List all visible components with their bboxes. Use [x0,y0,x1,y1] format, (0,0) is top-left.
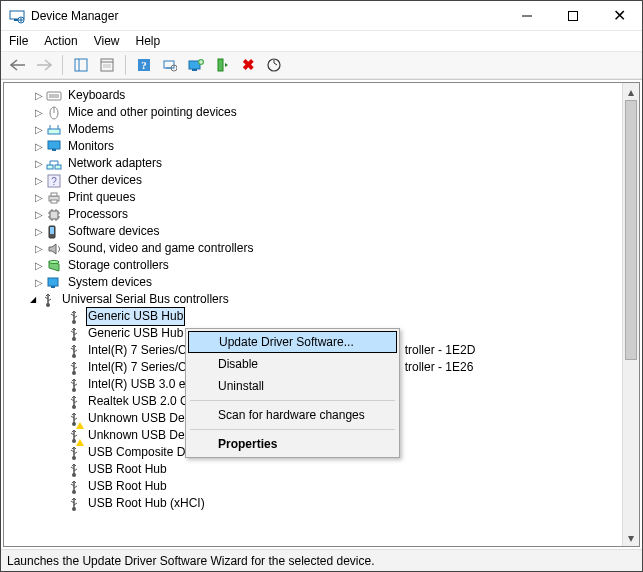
tree-label: Realtek USB 2.0 C [86,393,191,410]
context-menu-item[interactable]: Scan for hardware changes [188,404,397,426]
separator [62,55,63,75]
system-icon [46,275,62,291]
chevron-down-icon[interactable]: ◢ [26,291,40,308]
help-button[interactable]: ? [133,54,155,76]
tree-device[interactable]: USB Root Hub [4,461,639,478]
chevron-right-icon[interactable]: ▷ [32,138,46,155]
chevron-right-icon[interactable]: ▷ [32,206,46,223]
device-tree[interactable]: ▷Keyboards▷Mice and other pointing devic… [3,82,640,547]
chevron-right-icon[interactable]: ▷ [32,240,46,257]
uninstall-button[interactable]: ✖ [237,54,259,76]
tree-label: Monitors [66,138,116,155]
show-hide-console-button[interactable] [70,54,92,76]
tree-label: USB Root Hub [86,461,169,478]
tree-label: System devices [66,274,154,291]
tree-category[interactable]: ▷Modems [4,121,639,138]
scroll-up-icon[interactable]: ▴ [623,83,639,100]
tree-device[interactable]: Generic USB Hub [4,308,639,325]
tree-category[interactable]: ▷System devices [4,274,639,291]
maximize-button[interactable] [550,1,596,30]
chevron-right-icon[interactable]: ▷ [32,121,46,138]
menu-help[interactable]: Help [136,34,161,48]
chevron-right-icon[interactable]: ▷ [32,189,46,206]
tree-label: Storage controllers [66,257,171,274]
tree-label: USB Root Hub (xHCI) [86,495,207,512]
tree-category[interactable]: ▷Software devices [4,223,639,240]
usb-icon [66,462,82,478]
tree-category[interactable]: ▷Keyboards [4,87,639,104]
svg-rect-35 [51,200,57,203]
svg-rect-26 [48,129,60,134]
tree-category[interactable]: ▷Network adapters [4,155,639,172]
tree-label: Software devices [66,223,161,240]
close-button[interactable]: ✕ [596,1,642,30]
back-button[interactable] [7,54,29,76]
tree-category-expanded[interactable]: ◢Universal Serial Bus controllers [4,291,639,308]
chevron-right-icon[interactable]: ▷ [32,104,46,121]
other-icon: ? [46,173,62,189]
sound-icon [46,241,62,257]
forward-button[interactable] [33,54,55,76]
svg-rect-29 [47,165,53,169]
svg-rect-40 [48,278,58,286]
context-menu-item[interactable]: Uninstall [188,375,397,397]
svg-rect-17 [192,69,197,71]
chevron-right-icon[interactable]: ▷ [32,87,46,104]
scroll-thumb[interactable] [625,100,637,360]
svg-rect-19 [218,59,223,71]
tree-category[interactable]: ▷Monitors [4,138,639,155]
menu-action[interactable]: Action [44,34,77,48]
tree-category[interactable]: ▷Print queues [4,189,639,206]
disable-button[interactable] [263,54,285,76]
tree-category[interactable]: ▷Mice and other pointing devices [4,104,639,121]
menu-file[interactable]: File [9,34,28,48]
tree-label: USB Root Hub [86,478,169,495]
chevron-right-icon[interactable]: ▷ [32,155,46,172]
chevron-right-icon[interactable]: ▷ [32,223,46,240]
chevron-right-icon[interactable]: ▷ [32,172,46,189]
context-menu-item[interactable]: Disable [188,353,397,375]
tree-label: Print queues [66,189,137,206]
svg-rect-28 [52,149,56,151]
chevron-right-icon[interactable]: ▷ [32,274,46,291]
tree-category[interactable]: ▷Sound, video and game controllers [4,240,639,257]
svg-rect-21 [47,92,61,100]
tree-category[interactable]: ▷Storage controllers [4,257,639,274]
tree-label: Intel(R) 7 Series/C [86,359,189,376]
usb-icon [66,445,82,461]
tree-label: Universal Serial Bus controllers [60,291,231,308]
properties-button[interactable] [96,54,118,76]
context-menu-item[interactable]: Update Driver Software... [188,331,397,353]
menubar: File Action View Help [1,31,642,51]
tree-category[interactable]: ▷Processors [4,206,639,223]
usb-icon [66,360,82,376]
svg-rect-41 [51,286,55,288]
usb-icon [66,479,82,495]
context-menu-item[interactable]: Properties [188,433,397,455]
scrollbar-vertical[interactable]: ▴ ▾ [622,83,639,546]
titlebar[interactable]: Device Manager ✕ [1,1,642,31]
svg-rect-30 [55,165,61,169]
scroll-down-icon[interactable]: ▾ [623,529,639,546]
tree-device[interactable]: USB Root Hub (xHCI) [4,495,639,512]
tree-label: Mice and other pointing devices [66,104,239,121]
tree-label: Processors [66,206,130,223]
tree-device[interactable]: USB Root Hub [4,478,639,495]
tree-label: Unknown USB De [86,410,187,427]
device-manager-icon [9,8,25,24]
tree-label: Generic USB Hub [86,307,185,326]
tree-label-suffix: troller - 1E26 [405,359,474,376]
chevron-right-icon[interactable]: ▷ [32,257,46,274]
menu-view[interactable]: View [94,34,120,48]
minimize-button[interactable] [504,1,550,30]
scan-hardware-button[interactable] [159,54,181,76]
tree-category[interactable]: ▷?Other devices [4,172,639,189]
enable-button[interactable] [211,54,233,76]
software-icon [46,224,62,240]
update-driver-button[interactable] [185,54,207,76]
tree-label: Intel(R) USB 3.0 eX [86,376,195,393]
cpu-icon [46,207,62,223]
window-controls: ✕ [504,1,642,30]
tree-label: Modems [66,121,116,138]
svg-rect-38 [50,227,54,234]
